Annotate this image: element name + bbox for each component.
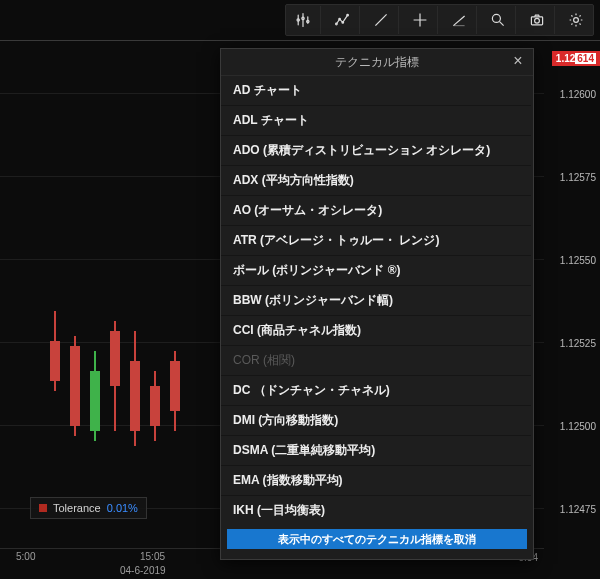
indicator-item[interactable]: DC （ドンチャン・チャネル): [221, 376, 531, 406]
indicators-panel: テクニカル指標 × AD チャートADL チャートADO (累積ディストリビュー…: [220, 48, 534, 560]
tolerance-value: 0.01%: [107, 502, 138, 514]
current-price-tag: 1.12614: [552, 51, 600, 66]
indicator-item[interactable]: ATR (アベレージ・トゥルー・ レンジ): [221, 226, 531, 256]
x-date: 04-6-2019: [120, 565, 166, 576]
y-label: 1.12500: [560, 421, 596, 432]
indicator-item[interactable]: ADO (累積ディストリビューション オシレータ): [221, 136, 531, 166]
indicator-item[interactable]: BBW (ボリンジャーバンド幅): [221, 286, 531, 316]
line-tool-icon[interactable]: [364, 6, 399, 34]
indicators-list[interactable]: AD チャートADL チャートADO (累積ディストリビューション オシレータ)…: [221, 76, 533, 525]
tolerance-box[interactable]: Tolerance 0.01%: [30, 497, 147, 519]
y-label: 1.12550: [560, 255, 596, 266]
y-label: 1.12525: [560, 338, 596, 349]
svg-point-9: [535, 18, 540, 23]
indicator-item[interactable]: ボール (ボリンジャーバンド ®): [221, 256, 531, 286]
indicator-item[interactable]: CCI (商品チャネル指数): [221, 316, 531, 346]
trend-line-icon[interactable]: [442, 6, 477, 34]
panel-footer: 表示中のすべてのテクニカル指標を取消: [221, 525, 533, 559]
indicator-item: COR (相関): [221, 346, 531, 376]
panel-header: テクニカル指標 ×: [221, 49, 533, 76]
tolerance-swatch: [39, 504, 47, 512]
y-label: 1.12575: [560, 172, 596, 183]
y-label: 1.12475: [560, 504, 596, 515]
chart-toolbar: [285, 4, 594, 36]
indicator-item[interactable]: DSMA (二重単純移動平均): [221, 436, 531, 466]
tolerance-label: Tolerance: [53, 502, 101, 514]
zoom-icon[interactable]: [481, 6, 516, 34]
price-suffix: 614: [575, 53, 596, 64]
indicator-item[interactable]: IKH (一目均衡表): [221, 496, 531, 525]
indicator-item[interactable]: ADX (平均方向性指数): [221, 166, 531, 196]
indicator-item[interactable]: DMI (方向移動指数): [221, 406, 531, 436]
remove-all-indicators-button[interactable]: 表示中のすべてのテクニカル指標を取消: [227, 529, 527, 549]
svg-point-10: [574, 18, 579, 23]
x-label: 15:05: [140, 551, 165, 562]
svg-point-7: [492, 14, 500, 22]
y-label: 1.12600: [560, 89, 596, 100]
camera-icon[interactable]: [520, 6, 555, 34]
indicator-item[interactable]: ADL チャート: [221, 106, 531, 136]
close-icon[interactable]: ×: [509, 52, 527, 70]
indicator-item[interactable]: AO (オーサム・オシレータ): [221, 196, 531, 226]
settings-icon[interactable]: [559, 6, 593, 34]
y-axis: 1.12614 1.12600 1.12575 1.12550 1.12525 …: [544, 40, 600, 549]
indicator-item[interactable]: AD チャート: [221, 76, 531, 106]
x-label: 5:00: [16, 551, 35, 562]
panel-title: テクニカル指標: [335, 54, 419, 71]
indicators-icon[interactable]: [286, 6, 321, 34]
studies-icon[interactable]: [325, 6, 360, 34]
indicator-item[interactable]: EMA (指数移動平均): [221, 466, 531, 496]
price-main: 1.12: [556, 53, 575, 64]
crosshair-icon[interactable]: [403, 6, 438, 34]
